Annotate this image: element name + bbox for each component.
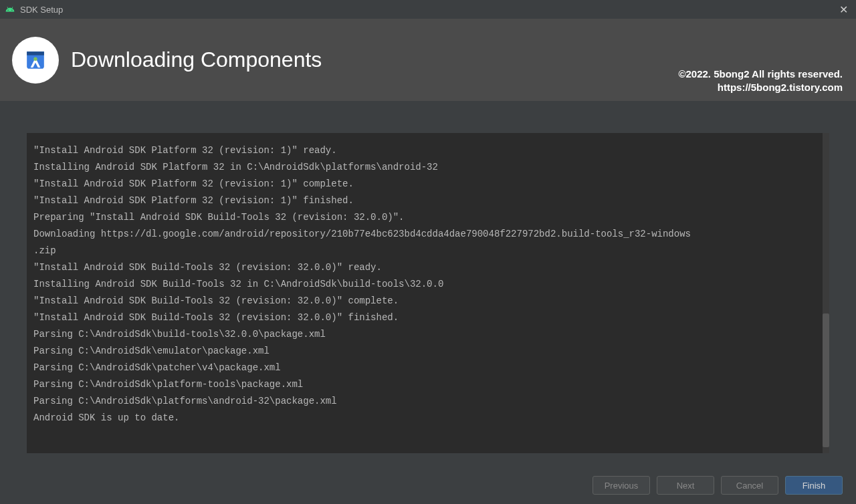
scrollbar-thumb[interactable] [823,313,829,447]
android-studio-logo [12,37,59,84]
svg-point-0 [33,57,37,61]
window-title: SDK Setup [20,5,63,15]
page-title: Downloading Components [71,47,322,72]
watermark: ©2022. 5bong2 All rights reserved. https… [678,68,843,95]
scrollbar[interactable] [823,133,829,453]
header: Downloading Components ©2022. 5bong2 All… [0,19,856,101]
cancel-button: Cancel [721,476,778,495]
android-icon [5,5,15,14]
log-output: "Install Android SDK Platform 32 (revisi… [27,133,829,453]
close-icon[interactable]: ✕ [837,3,851,16]
titlebar: SDK Setup ✕ [0,0,856,19]
log-text: "Install Android SDK Platform 32 (revisi… [33,142,823,426]
footer: Previous Next Cancel Finish [0,467,856,504]
previous-button: Previous [593,476,650,495]
finish-button[interactable]: Finish [785,476,843,495]
content-area: "Install Android SDK Platform 32 (revisi… [0,101,856,467]
watermark-line2: https://5bong2.tistory.com [678,81,843,94]
watermark-line1: ©2022. 5bong2 All rights reserved. [678,68,843,81]
next-button: Next [657,476,714,495]
